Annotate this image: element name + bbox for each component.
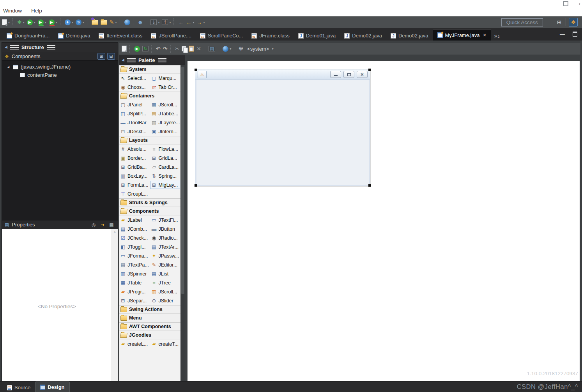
selection-handle[interactable] [195, 184, 197, 187]
palette-item-jeditorpane[interactable]: ✎JEditor... [150, 260, 181, 269]
palette-item-jtextfield[interactable]: ▭JTextFi... [150, 215, 181, 224]
palette-item-jdesktoppane[interactable]: ⊡JDeskt... [119, 127, 150, 136]
dropdown-arrow-icon[interactable]: ▾ [169, 21, 171, 24]
structure-tab[interactable]: ◀ Structure [2, 42, 118, 52]
tree-item[interactable]: ◢(javax.swing.JFrame) [2, 63, 118, 71]
palette-item-jseparator[interactable]: ⊟JSepar... [119, 296, 150, 305]
dropdown-arrow-icon[interactable]: ▾ [158, 21, 159, 24]
window-minimize-icon[interactable]: — [548, 1, 553, 6]
highlighter-icon[interactable]: ✎▾ [110, 18, 117, 27]
editor-tab[interactable]: Demo02.java [386, 31, 433, 41]
copy-icon[interactable] [182, 44, 186, 53]
editor-tab[interactable]: ItemEvent.class [94, 31, 147, 41]
palette-item-jtoolbar[interactable]: ▬JToolBar [119, 118, 150, 127]
dropdown-arrow-icon[interactable]: ▾ [193, 21, 194, 24]
jframe-content-pane[interactable] [196, 80, 369, 185]
dropdown-arrow-icon[interactable]: ▾ [203, 21, 205, 24]
next-annotation-icon[interactable]: ⇡▾ [162, 18, 171, 27]
design-canvas[interactable]: ♨ ✕ 1.10.0.201812270937 [188, 61, 580, 381]
open-perspective-icon[interactable]: ⊞ [555, 18, 563, 26]
editor-tab[interactable]: JFrame.class [247, 31, 294, 41]
back-disabled-icon[interactable]: ← [178, 18, 184, 27]
palette-section-components[interactable]: Components [119, 207, 180, 215]
open-type-icon[interactable] [92, 18, 98, 27]
palette-item-jpasswordfield[interactable]: ✦JPassw... [150, 251, 181, 260]
dropdown-arrow-icon[interactable]: ▾ [83, 21, 84, 24]
palette-item-jscrollpane[interactable]: ▦JScroll... [150, 100, 181, 109]
dropdown-arrow-icon[interactable]: ▾ [56, 21, 57, 24]
jframe-preview[interactable]: ♨ ✕ [195, 69, 370, 186]
maximize-view-icon[interactable] [573, 32, 577, 37]
palette-item-jtextpane[interactable]: ▤JTextPa... [119, 260, 150, 269]
debug-icon[interactable]: ✱▾ [17, 18, 25, 27]
new-snippet-icon[interactable]: S▾ [76, 18, 84, 27]
menu-help[interactable]: Help [31, 8, 42, 14]
palette-item-jcombobox[interactable]: ▤JComb... [119, 224, 150, 233]
tab-source[interactable]: Source [2, 383, 35, 392]
test-window-icon[interactable]: ▶ [134, 44, 140, 53]
palette-item-jscrollbar[interactable]: ▥JScroll... [150, 287, 181, 296]
palette-item-jgoodies-create-label[interactable]: ▰createL... [119, 339, 150, 348]
palette-item-choose-bean[interactable]: ◉Choos... [119, 83, 150, 92]
editor-tab[interactable]: Demo.java [54, 31, 94, 41]
palette-item-tab-order[interactable]: ⇄Tab Or... [150, 83, 181, 92]
look-and-feel-icon[interactable]: ❋ [239, 44, 243, 53]
selection-handle[interactable] [368, 184, 371, 187]
editor-tab[interactable]: Demo01.java [294, 31, 340, 41]
open-resource-icon[interactable] [101, 18, 107, 27]
new-icon[interactable]: ▾ [2, 18, 10, 27]
tab-design[interactable]: Design [35, 381, 69, 392]
palette-item-jsplitpane[interactable]: ◫JSplitP... [119, 109, 150, 118]
palette-item-jlist[interactable]: ▤JList [150, 269, 181, 278]
refresh-icon[interactable]: ↻ [142, 44, 149, 53]
dropdown-arrow-icon[interactable]: ▾ [230, 47, 231, 51]
delete-icon[interactable]: ✕ [196, 44, 201, 53]
editor-tab[interactable]: MyJFrame.java✕ [433, 29, 491, 41]
scroll-up-icon[interactable]: ˄ [112, 229, 118, 234]
palette-item-jinternalframe[interactable]: ▣JIntern... [150, 127, 181, 136]
properties-scrollbar[interactable]: ˄ [111, 229, 118, 381]
palette-item-form-layout[interactable]: ⊞FormLa... [119, 180, 150, 189]
palette-section-containers[interactable]: Containers [119, 92, 180, 100]
collapse-panel-icon[interactable]: ◀ [122, 58, 124, 62]
paste-icon[interactable] [189, 44, 194, 53]
selection-handle[interactable] [195, 69, 197, 71]
windowbuilder-perspective-icon[interactable]: ❖ [569, 18, 578, 26]
menu-window[interactable]: Window [3, 8, 22, 14]
palette-section-awt-components[interactable]: AWT Components [119, 322, 180, 331]
dropdown-arrow-icon[interactable]: ▾ [34, 21, 35, 24]
externalize-strings-icon[interactable]: ▤ [209, 44, 215, 53]
palette-section-layouts[interactable]: Layouts [119, 136, 180, 145]
quick-access-box[interactable]: Quick Access [501, 18, 543, 26]
new-java-project-icon[interactable]: ✦▾ [65, 18, 73, 27]
expand-all-icon[interactable]: ⊞ [97, 53, 105, 60]
collapse-all-icon[interactable]: ⊟ [107, 53, 115, 60]
palette-item-flow-layout[interactable]: ≡FlowLa... [150, 145, 181, 154]
dropdown-arrow-icon[interactable]: ▾ [72, 21, 73, 24]
palette-item-selection-cursor[interactable]: ↖Selecti... [119, 74, 150, 83]
goto-definition-icon[interactable]: ➜ [99, 222, 106, 228]
look-and-feel-selector[interactable]: <system>▾ [246, 44, 273, 53]
palette-item-jlayeredpane[interactable]: ▧JLayere... [150, 118, 181, 127]
palette-section-system[interactable]: System [119, 65, 180, 74]
dropdown-arrow-icon[interactable]: ▾ [23, 21, 25, 24]
tree-item[interactable]: contentPane [2, 71, 118, 79]
palette-tab[interactable]: ◀ Palette [119, 55, 185, 65]
palette-item-jgoodies-create-title[interactable]: ▰createT... [150, 339, 181, 348]
selection-handle[interactable] [368, 69, 371, 71]
editor-tab[interactable]: DonghuanFra... [2, 31, 54, 41]
frame-maximize-button[interactable] [343, 71, 354, 78]
palette-item-mig-layout[interactable]: ⊞MigLay... [150, 180, 181, 189]
palette-item-jslider[interactable]: ⊙JSlider [150, 296, 181, 305]
palette-item-jtogglebutton[interactable]: ◧JToggl... [119, 242, 150, 251]
minimize-view-icon[interactable]: — [560, 32, 565, 37]
last-edit-location-icon[interactable]: ⇣▾ [150, 18, 159, 27]
expander-icon[interactable]: ◢ [6, 65, 11, 69]
run-icon[interactable]: ▶▾ [27, 18, 35, 27]
palette-item-card-layout[interactable]: ▱CardLa... [150, 162, 181, 171]
palette-item-jspinner[interactable]: ▥JSpinner [119, 269, 150, 278]
palette-item-jtabbedpane[interactable]: ▤JTabbe... [150, 109, 181, 118]
palette-section-jgoodies[interactable]: JGoodies [119, 331, 180, 339]
palette-item-border-layout[interactable]: ▣Border... [119, 154, 150, 162]
window-more-icon[interactable]: › [578, 1, 580, 6]
